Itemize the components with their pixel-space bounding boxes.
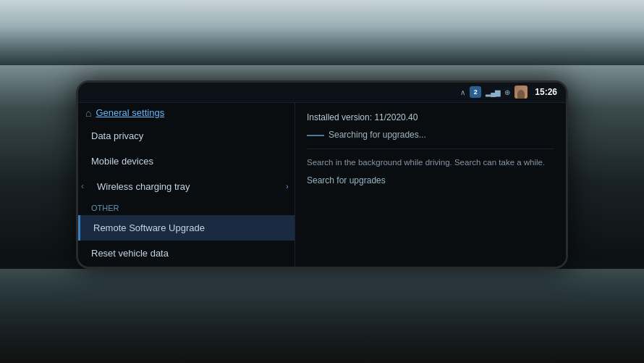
main-content: ⌂ General settings Data privacy Mobile d… (78, 103, 566, 267)
breadcrumb: ⌂ General settings (78, 103, 295, 123)
right-panel: Installed version: 11/2020.40 Searching … (295, 103, 566, 267)
nav-item-reset-vehicle-data[interactable]: Reset vehicle data (78, 241, 295, 266)
installed-version: Installed version: 11/2020.40 (307, 112, 554, 124)
search-description: Search in the background while driving. … (307, 157, 554, 169)
searching-label: Searching for upgrades... (329, 129, 426, 141)
nav-item-wireless-charging[interactable]: ‹ Wireless charging tray › (78, 174, 295, 199)
avatar (514, 85, 528, 99)
category-other: OTHER (78, 199, 295, 215)
category-label: OTHER (91, 204, 119, 212)
signal-icon: ▂▄▆ (486, 88, 500, 96)
nav-list: Data privacy Mobile devices ‹ Wireless c… (78, 123, 295, 267)
clock: 15:26 (535, 87, 557, 97)
right-chevron-icon[interactable]: › (280, 174, 295, 199)
searching-status: Searching for upgrades... (307, 129, 554, 141)
breadcrumb-title[interactable]: General settings (96, 107, 164, 118)
dash-top (0, 0, 644, 65)
left-chevron-icon: ‹ (81, 181, 84, 191)
nav-item-label: Wireless charging tray (97, 181, 190, 192)
nav-item-label: Data privacy (91, 130, 143, 141)
left-panel: ⌂ General settings Data privacy Mobile d… (78, 103, 295, 267)
status-bar: ∧ 2 ▂▄▆ ⊕ 15:26 (78, 83, 566, 103)
search-for-upgrades-link[interactable]: Search for upgrades (307, 175, 554, 187)
dash-bottom (0, 269, 644, 363)
nav-item-remote-software-upgrade[interactable]: Remote Software Upgrade (78, 215, 295, 241)
search-line-icon (307, 135, 324, 136)
infotainment-screen: ∧ 2 ▂▄▆ ⊕ 15:26 ⌂ General settings Data … (76, 80, 568, 269)
nav-item-mobile-devices[interactable]: Mobile devices (78, 149, 295, 174)
chevron-up-icon: ∧ (460, 88, 465, 96)
home-icon[interactable]: ⌂ (85, 107, 91, 119)
nav-item-label: Mobile devices (91, 156, 153, 167)
nav-item-label: Remote Software Upgrade (93, 222, 205, 233)
nav-item-data-privacy[interactable]: Data privacy (78, 123, 295, 149)
wifi-icon: ⊕ (504, 88, 510, 96)
divider (307, 149, 554, 149)
notification-badge: 2 (470, 86, 481, 98)
nav-item-label: Reset vehicle data (91, 248, 169, 259)
